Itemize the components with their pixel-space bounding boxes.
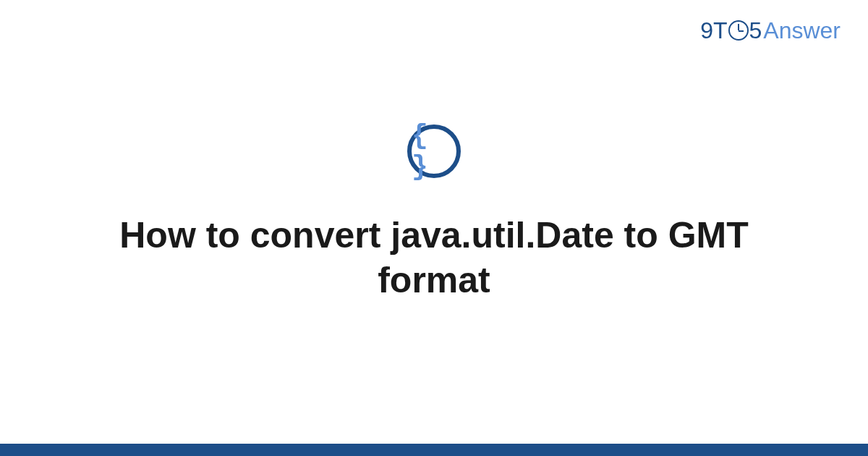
main-content: { } How to convert java.util.Date to GMT… <box>0 0 868 456</box>
code-braces-glyph: { } <box>412 120 456 182</box>
code-braces-icon: { } <box>407 124 461 178</box>
page-title: How to convert java.util.Date to GMT for… <box>72 213 796 303</box>
footer-accent-bar <box>0 444 868 456</box>
